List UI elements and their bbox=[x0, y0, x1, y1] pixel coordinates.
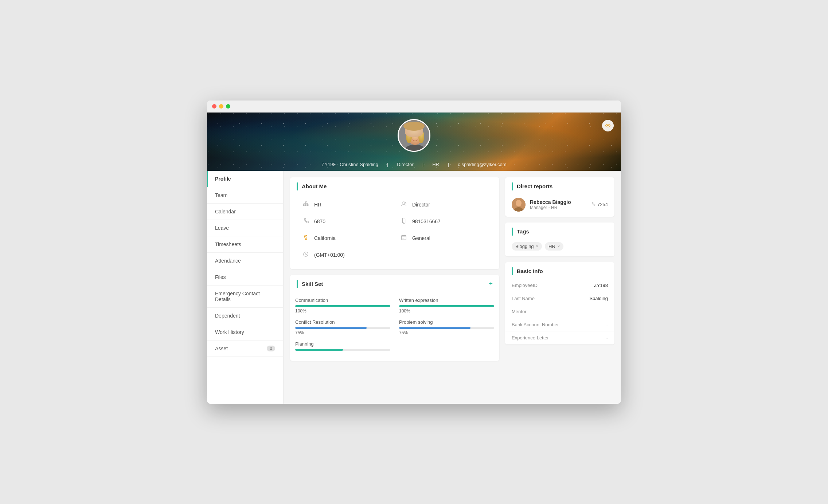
report-phone-number: 7254 bbox=[597, 202, 608, 207]
about-item-department: HR bbox=[297, 196, 395, 213]
skill-conflict-resolution: Conflict Resolution 75% bbox=[295, 316, 390, 338]
visibility-button[interactable] bbox=[602, 120, 614, 131]
sidebar-item-asset[interactable]: Asset 0 bbox=[207, 340, 283, 357]
basic-info-row-bank: Bank Account Number - bbox=[505, 318, 614, 331]
skill-set-card: Skill Set + Communication 100% bbox=[290, 275, 499, 361]
sidebar-item-team[interactable]: Team bbox=[207, 187, 283, 204]
close-btn[interactable] bbox=[212, 104, 216, 109]
tag-blogging-label: Blogging bbox=[515, 244, 534, 249]
sidebar-item-emergency[interactable]: Emergency Contact Details bbox=[207, 286, 283, 308]
sidebar-label-attendance: Attendance bbox=[215, 258, 241, 264]
about-department-value: HR bbox=[314, 202, 321, 208]
about-mobile-value: 9810316667 bbox=[412, 218, 441, 224]
report-role: Manager - HR bbox=[530, 205, 587, 210]
sidebar-label-team: Team bbox=[215, 192, 227, 198]
about-item-phone: 6870 bbox=[297, 213, 395, 230]
basic-info-value-experience: - bbox=[606, 335, 608, 340]
about-item-timezone: (GMT+01:00) bbox=[297, 247, 395, 263]
basic-info-value-lastname: Spalding bbox=[589, 296, 608, 301]
hero-email: c.spalding@zylker.com bbox=[458, 162, 506, 167]
basic-info-label-mentor: Mentor bbox=[512, 309, 526, 314]
location-icon bbox=[302, 234, 310, 242]
remove-blogging-tag[interactable]: × bbox=[536, 244, 538, 248]
skills-grid: Communication 100% Written expression bbox=[290, 292, 499, 361]
skill-bar-bg-planning bbox=[295, 349, 390, 351]
asset-badge: 0 bbox=[267, 346, 275, 351]
content-right: Direct reports Rebecca Biaggio bbox=[505, 177, 614, 397]
about-item-location: California bbox=[297, 230, 395, 247]
svg-point-1 bbox=[607, 125, 609, 126]
direct-report-item: Rebecca Biaggio Manager - HR 7254 bbox=[505, 194, 614, 217]
hero-info: ZY198 - Christine Spalding | Director | … bbox=[322, 162, 507, 167]
mobile-icon bbox=[400, 217, 408, 225]
sidebar-label-work-history: Work History bbox=[215, 329, 244, 335]
sidebar-item-profile[interactable]: Profile bbox=[207, 171, 283, 187]
sidebar-item-work-history[interactable]: Work History bbox=[207, 324, 283, 340]
skill-bar-bg-conflict bbox=[295, 327, 390, 329]
skill-pct-conflict: 75% bbox=[295, 330, 390, 335]
svg-point-7 bbox=[418, 130, 424, 143]
basic-info-value-mentor: - bbox=[606, 309, 608, 314]
svg-point-35 bbox=[516, 200, 522, 206]
basic-info-row-lastname: Last Name Spalding bbox=[505, 292, 614, 305]
basic-info-row-employeeid: EmployeeID ZY198 bbox=[505, 279, 614, 292]
hero-department: HR bbox=[432, 162, 439, 167]
skill-name-conflict: Conflict Resolution bbox=[295, 319, 390, 325]
direct-reports-title: Direct reports bbox=[517, 183, 552, 189]
sidebar-item-files[interactable]: Files bbox=[207, 269, 283, 286]
sidebar: Profile Team Calendar Leave Timesheets A… bbox=[207, 171, 284, 404]
sidebar-label-dependent: Dependent bbox=[215, 313, 240, 319]
sidebar-item-dependent[interactable]: Dependent bbox=[207, 308, 283, 324]
add-skill-button[interactable]: + bbox=[489, 280, 493, 288]
svg-point-20 bbox=[405, 202, 406, 204]
content-area: About Me bbox=[284, 171, 621, 404]
tags-title: Tags bbox=[517, 228, 529, 235]
sidebar-item-calendar[interactable]: Calendar bbox=[207, 204, 283, 220]
about-schedule-value: General bbox=[412, 235, 430, 241]
hero-employee-id-name: ZY198 - Christine Spalding bbox=[322, 162, 378, 167]
svg-point-5 bbox=[407, 125, 423, 136]
tags-container: Blogging × HR × bbox=[505, 239, 614, 256]
skill-bar-fill-planning bbox=[295, 349, 343, 351]
about-item-role: Director bbox=[395, 196, 493, 213]
skill-pct-communication: 100% bbox=[295, 308, 390, 314]
about-me-header: About Me bbox=[290, 177, 499, 194]
basic-info-label-employeeid: EmployeeID bbox=[512, 283, 538, 288]
avatar-photo bbox=[399, 120, 429, 151]
card-accent-skill bbox=[297, 280, 298, 288]
basic-info-row-mentor: Mentor - bbox=[505, 305, 614, 318]
skill-communication: Communication 100% bbox=[295, 295, 390, 316]
hero-banner: ZY198 - Christine Spalding | Director | … bbox=[207, 113, 621, 171]
content-left: About Me bbox=[290, 177, 499, 397]
remove-hr-tag[interactable]: × bbox=[558, 244, 560, 248]
skill-bar-fill-problem bbox=[399, 327, 470, 329]
about-role-value: Director bbox=[412, 202, 430, 208]
basic-info-value-employeeid: ZY198 bbox=[594, 283, 608, 288]
about-phone-value: 6870 bbox=[314, 218, 325, 224]
skill-name-written: Written expression bbox=[399, 298, 494, 303]
about-timezone-value: (GMT+01:00) bbox=[314, 252, 345, 258]
report-name: Rebecca Biaggio bbox=[530, 199, 587, 205]
org-icon bbox=[302, 201, 310, 209]
sidebar-label-profile: Profile bbox=[215, 176, 231, 182]
maximize-btn[interactable] bbox=[226, 104, 230, 109]
tags-card: Tags Blogging × HR × bbox=[505, 223, 614, 256]
direct-reports-card: Direct reports Rebecca Biaggio bbox=[505, 177, 614, 217]
basic-info-label-bank: Bank Account Number bbox=[512, 322, 559, 327]
card-accent-reports bbox=[512, 182, 513, 190]
tags-header: Tags bbox=[505, 223, 614, 239]
about-me-card: About Me bbox=[290, 177, 499, 269]
app-window: ZY198 - Christine Spalding | Director | … bbox=[207, 101, 621, 404]
sidebar-item-attendance[interactable]: Attendance bbox=[207, 253, 283, 269]
sidebar-item-timesheets[interactable]: Timesheets bbox=[207, 236, 283, 253]
skill-bar-bg-communication bbox=[295, 305, 390, 307]
svg-point-8 bbox=[411, 135, 413, 137]
basic-info-label-lastname: Last Name bbox=[512, 296, 535, 301]
minimize-btn[interactable] bbox=[219, 104, 223, 109]
basic-info-title: Basic Info bbox=[517, 268, 543, 274]
skill-pct-problem: 75% bbox=[399, 330, 494, 335]
skill-problem-solving: Problem solving 75% bbox=[399, 316, 494, 338]
tag-hr-label: HR bbox=[548, 244, 555, 249]
sidebar-item-leave[interactable]: Leave bbox=[207, 220, 283, 236]
titlebar bbox=[207, 101, 621, 113]
